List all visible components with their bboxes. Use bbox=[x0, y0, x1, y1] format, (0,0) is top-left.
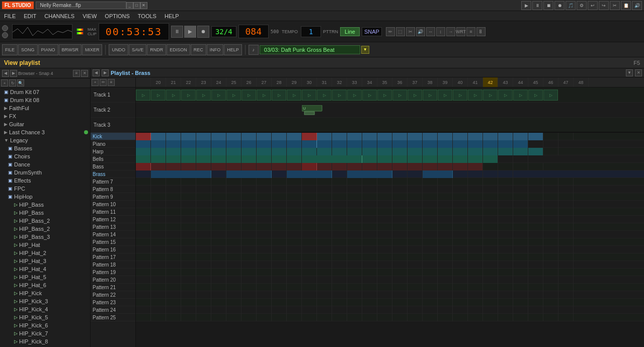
gc[interactable] bbox=[453, 186, 468, 193]
gc[interactable] bbox=[453, 223, 468, 231]
browser-item-hip-bass2-2[interactable]: ▷ HIP_Bass_2 bbox=[0, 225, 90, 233]
grid-row-bass[interactable] bbox=[136, 163, 644, 170]
gc[interactable] bbox=[181, 155, 196, 163]
gc[interactable] bbox=[302, 314, 317, 321]
browser-back-btn[interactable]: ◀ bbox=[2, 70, 9, 77]
browser-item-hip-kick4[interactable]: ▷ HIP_Kick_4 bbox=[0, 305, 90, 313]
gc[interactable] bbox=[438, 253, 453, 261]
gc[interactable] bbox=[136, 253, 151, 261]
gc[interactable] bbox=[558, 186, 574, 193]
top-icon-5[interactable]: 🎵 bbox=[566, 1, 576, 10]
gc[interactable] bbox=[302, 261, 317, 269]
gc[interactable] bbox=[166, 314, 181, 321]
gc[interactable] bbox=[302, 223, 317, 231]
tool-btn-7[interactable]: → bbox=[446, 27, 455, 36]
gc[interactable] bbox=[528, 306, 543, 314]
gc[interactable] bbox=[136, 223, 151, 231]
gc[interactable] bbox=[242, 314, 257, 321]
gc[interactable] bbox=[453, 193, 468, 201]
gc[interactable] bbox=[468, 246, 483, 253]
gc[interactable] bbox=[317, 261, 332, 269]
track1-row[interactable]: ▷ ▷ ▷ ▷ ▷ ▷ ▷ ▷ ▷ ▷ ▷ ▷ ▷ bbox=[136, 88, 644, 103]
gc[interactable] bbox=[362, 163, 377, 170]
gc[interactable] bbox=[453, 276, 468, 284]
gc[interactable] bbox=[257, 140, 272, 148]
gc[interactable] bbox=[438, 231, 453, 238]
pitch-knob[interactable] bbox=[2, 32, 8, 38]
browser-item-hip-bass-2[interactable]: ▷ HIP_Bass bbox=[0, 209, 90, 217]
gc[interactable] bbox=[423, 216, 438, 223]
gc[interactable] bbox=[392, 193, 408, 201]
gc[interactable] bbox=[287, 140, 302, 148]
gc[interactable] bbox=[257, 261, 272, 269]
gc[interactable] bbox=[377, 223, 392, 231]
gc[interactable] bbox=[226, 238, 242, 246]
gc[interactable] bbox=[392, 291, 408, 299]
gc[interactable] bbox=[287, 261, 302, 269]
gc[interactable] bbox=[438, 155, 453, 163]
gc[interactable] bbox=[287, 276, 302, 284]
gc[interactable] bbox=[332, 238, 347, 246]
gc[interactable] bbox=[362, 269, 377, 276]
gc[interactable] bbox=[181, 216, 196, 223]
gc[interactable] bbox=[377, 193, 392, 201]
gc[interactable] bbox=[438, 186, 453, 193]
gc[interactable] bbox=[392, 276, 408, 284]
track-label-p24[interactable]: Pattern 24 bbox=[91, 306, 135, 314]
grid-row-kick[interactable] bbox=[136, 133, 644, 140]
gc[interactable] bbox=[332, 193, 347, 201]
gc[interactable] bbox=[257, 186, 272, 193]
gc[interactable] bbox=[211, 186, 226, 193]
gc[interactable] bbox=[558, 306, 574, 314]
gc[interactable] bbox=[196, 238, 211, 246]
gc[interactable] bbox=[136, 284, 151, 291]
gc[interactable] bbox=[272, 178, 287, 186]
gc[interactable] bbox=[377, 314, 392, 321]
gc[interactable] bbox=[362, 148, 377, 155]
top-icon-8[interactable]: ↪ bbox=[599, 1, 609, 10]
gc[interactable] bbox=[287, 216, 302, 223]
track-label-piano[interactable]: Piano bbox=[91, 140, 135, 148]
gc[interactable] bbox=[196, 133, 211, 140]
track-label-p18[interactable]: Pattern 18 bbox=[91, 261, 135, 269]
gc[interactable] bbox=[166, 186, 181, 193]
gc[interactable] bbox=[211, 201, 226, 208]
gc[interactable] bbox=[453, 261, 468, 269]
gc[interactable] bbox=[332, 291, 347, 299]
grid-row-pattern23[interactable] bbox=[136, 299, 644, 306]
gc[interactable] bbox=[528, 148, 543, 155]
gc[interactable] bbox=[272, 186, 287, 193]
plugin-btn-song[interactable]: SONG bbox=[18, 44, 38, 55]
gc[interactable] bbox=[558, 216, 574, 223]
gc[interactable] bbox=[392, 223, 408, 231]
gc[interactable] bbox=[302, 291, 317, 299]
gc[interactable] bbox=[543, 306, 558, 314]
gc[interactable] bbox=[453, 269, 468, 276]
gc[interactable] bbox=[377, 238, 392, 246]
gc[interactable] bbox=[211, 178, 226, 186]
gc[interactable] bbox=[558, 284, 574, 291]
gc[interactable] bbox=[332, 216, 347, 223]
gc[interactable] bbox=[498, 231, 513, 238]
gc[interactable] bbox=[468, 133, 483, 140]
gc[interactable] bbox=[543, 186, 558, 193]
gc[interactable] bbox=[317, 216, 332, 223]
gc[interactable] bbox=[438, 276, 453, 284]
gc[interactable] bbox=[423, 261, 438, 269]
gc[interactable] bbox=[272, 238, 287, 246]
gc[interactable] bbox=[226, 306, 242, 314]
gc[interactable] bbox=[438, 269, 453, 276]
seg[interactable]: ▷ bbox=[332, 90, 347, 101]
gc[interactable] bbox=[558, 208, 574, 216]
gc[interactable] bbox=[287, 253, 302, 261]
gc[interactable] bbox=[558, 246, 574, 253]
gc[interactable] bbox=[226, 201, 242, 208]
gc[interactable] bbox=[453, 208, 468, 216]
gc[interactable] bbox=[226, 148, 242, 155]
gc[interactable] bbox=[362, 276, 377, 284]
gc[interactable] bbox=[377, 216, 392, 223]
gc[interactable] bbox=[392, 238, 408, 246]
gc[interactable] bbox=[408, 238, 423, 246]
gc[interactable] bbox=[543, 223, 558, 231]
gc[interactable] bbox=[483, 170, 498, 178]
